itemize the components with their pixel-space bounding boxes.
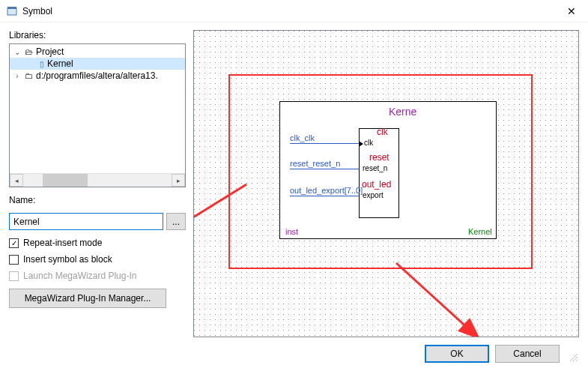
name-label: Name: [9, 195, 186, 205]
libraries-tree[interactable]: ⌄ 🗁 Project ▯ Kernel › 🗀 d:/programfiles… [9, 43, 186, 187]
tree-row-path[interactable]: › 🗀 d:/programfiles/altera/altera13. [10, 70, 185, 82]
pin-triangle-icon [359, 141, 363, 147]
pin-clk: clk [364, 139, 373, 147]
megawizard-button[interactable]: MegaWizard Plug-In Manager... [9, 289, 166, 308]
module-label: Kernel [468, 227, 492, 236]
resize-grip-icon[interactable] [569, 352, 579, 363]
tree-label: d:/programfiles/altera/altera13. [36, 70, 158, 81]
folder-icon: 🗀 [25, 71, 33, 80]
insert-block-checkbox[interactable]: Insert symbol as block [9, 254, 186, 265]
symbol-preview[interactable]: Kerne clk clk_clk clk reset reset_reset_… [193, 30, 579, 337]
tree-label: Project [36, 46, 64, 57]
symbol-icon: ▯ [40, 60, 44, 68]
collapse-icon[interactable]: ⌄ [13, 48, 22, 56]
scroll-right-button[interactable]: ▸ [172, 174, 185, 187]
tree-row-kernel[interactable]: ▯ Kernel [10, 58, 185, 70]
scroll-thumb[interactable] [43, 174, 88, 187]
window-title: Symbol [22, 6, 554, 16]
wire-reset [290, 169, 359, 169]
repeat-insert-checkbox[interactable]: ✓ Repeat-insert mode [9, 238, 186, 248]
tree-row-project[interactable]: ⌄ 🗁 Project [10, 46, 185, 58]
ok-button[interactable]: OK [425, 345, 489, 363]
wire-label-outled: out_led_export[7..0] [290, 186, 363, 195]
wire-label-reset: reset_reset_n [290, 159, 340, 168]
name-input[interactable] [9, 213, 163, 230]
svg-rect-1 [7, 7, 16, 9]
tree-hscrollbar[interactable]: ◂ ▸ [10, 173, 185, 187]
svg-rect-0 [7, 8, 16, 15]
close-button[interactable]: ✕ [554, 0, 588, 22]
tree-label: Kernel [47, 58, 73, 69]
checkbox-icon [9, 255, 19, 265]
libraries-label: Libraries: [9, 30, 186, 40]
symbol-title: Kerne [389, 106, 416, 118]
ellipsis-icon: ... [172, 217, 180, 227]
port-group-clk: clk [377, 127, 388, 137]
port-group-reset: reset [369, 152, 390, 163]
wire-outled [290, 196, 359, 196]
port-group-outled: out_led [362, 179, 391, 190]
scroll-left-button[interactable]: ◂ [10, 174, 23, 187]
wire-label-clk: clk_clk [290, 133, 315, 142]
launch-megawizard-checkbox: Launch MegaWizard Plug-In [9, 271, 186, 281]
instance-label: inst [285, 227, 298, 236]
pin-reset: reset_n [363, 164, 387, 172]
expand-icon[interactable]: › [13, 72, 22, 80]
scroll-track[interactable] [23, 174, 172, 187]
wire-clk [290, 143, 359, 144]
checkbox-label: Repeat-insert mode [23, 238, 102, 248]
checkbox-icon [9, 271, 19, 281]
pin-export: export [363, 191, 384, 199]
cancel-button[interactable]: Cancel [495, 345, 560, 363]
titlebar: Symbol ✕ [0, 0, 588, 22]
checkbox-label: Insert symbol as block [23, 254, 112, 265]
app-icon [6, 5, 18, 17]
checkbox-label: Launch MegaWizard Plug-In [23, 271, 136, 281]
browse-button[interactable]: ... [166, 213, 186, 230]
checkbox-icon: ✓ [9, 238, 19, 248]
folder-open-icon: 🗁 [25, 47, 33, 56]
